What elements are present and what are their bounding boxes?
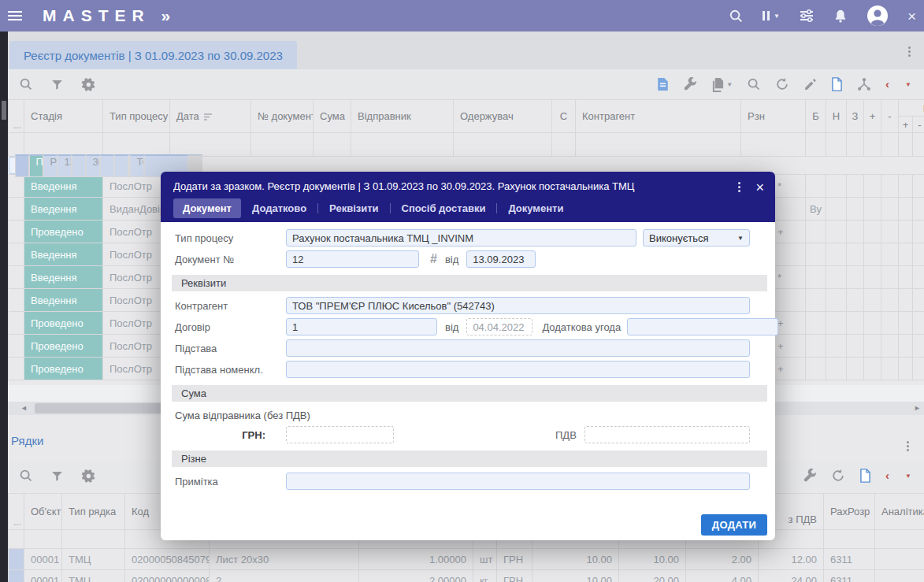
column-menu[interactable]: ... [9,494,24,530]
column-header-sender[interactable]: Відправник [351,100,454,133]
filter-cell[interactable] [251,133,314,157]
tab-overflow-menu-icon[interactable] [906,44,913,59]
settings-gear-icon[interactable] [81,77,95,91]
note-field[interactable] [286,473,750,490]
grn-field [286,426,394,443]
edit-pencil-icon[interactable] [803,78,817,91]
column-header-c[interactable]: С [552,100,576,133]
rows-grid-row[interactable]: 00001 ТМЦ 020000000000088 2 2.00000 кг Г… [9,570,924,582]
scroll-right-icon[interactable]: ► [914,404,921,412]
contract-field[interactable] [286,318,437,335]
column-header-stage[interactable]: Стадія [24,100,103,133]
column-header-row-type[interactable]: Тип рядка [62,494,125,530]
sort-icon[interactable] [204,113,213,120]
column-menu[interactable]: ... [9,100,24,133]
refresh-icon[interactable] [831,469,845,483]
collapse-chevron-icon[interactable]: ‹ [885,470,889,481]
column-group-h[interactable]: Н [899,100,924,117]
rows-grid-row[interactable]: 00001 ТМЦ 020000508450793 Лист 20x30 1.0… [9,549,924,570]
doc-no-field[interactable] [286,250,419,268]
refresh-icon[interactable] [775,77,789,91]
modal-tab-delivery[interactable]: Спосіб доставки [392,198,495,218]
column-header-minus[interactable]: - [881,100,899,133]
search-icon[interactable] [747,77,761,91]
column-header-h-minus1[interactable]: - [913,117,924,133]
search-icon[interactable] [19,469,33,483]
new-document-icon[interactable] [831,77,843,91]
column-header-b[interactable]: Б [806,100,826,133]
modal-tab-additional[interactable]: Додатково [243,198,316,218]
left-strip-scroll-thumb[interactable] [2,101,6,120]
copy-documents-icon[interactable]: ▼ [711,77,733,92]
status-select[interactable]: Виконується ▼ [643,229,750,247]
modal-tab-document[interactable]: Документ [173,198,241,218]
column-header-n[interactable]: Н [826,100,847,133]
filter-cell[interactable] [62,530,125,549]
tools-wrench-icon[interactable] [803,469,817,483]
column-header-account[interactable]: РахРозр [824,494,875,530]
column-header-date[interactable]: Дата [170,100,251,133]
tune-sliders-icon[interactable] [799,9,815,23]
column-header-doc-no[interactable]: № документ [251,100,314,133]
filter-cell[interactable] [824,530,875,549]
chevron-down-icon[interactable]: ▼ [905,81,911,88]
left-edge-strip [0,32,8,582]
doc-date-field[interactable] [466,250,536,268]
filter-cell[interactable] [103,133,170,157]
basis-nomencl-field[interactable] [286,361,750,378]
extra-agreement-label: Додаткова угода [542,321,621,333]
column-header-process-type[interactable]: Тип процесу [103,100,170,133]
filter-cell[interactable] [875,530,924,549]
add-button[interactable]: ДОДАТИ [701,514,767,536]
registry-tab-strip: Реєстр документів | З 01.09.2023 по 30.0… [8,32,924,69]
column-header-h-plus1[interactable]: + [899,117,913,133]
filter-funnel-icon[interactable] [50,469,64,483]
filter-cell[interactable] [314,133,351,157]
column-header-receiver[interactable]: Одержувач [454,100,552,133]
collapse-chevron-icon[interactable]: ‹ [885,79,889,90]
column-header-rzn[interactable]: Рзн [741,100,806,133]
column-header-plus[interactable]: + [864,100,881,133]
column-header-contractor[interactable]: Контрагент [576,100,741,133]
chevron-down-icon[interactable]: ▼ [905,473,911,480]
filter-cell[interactable] [24,133,103,157]
contractor-field[interactable] [286,297,750,314]
filter-cell[interactable] [351,133,454,157]
column-header-analytics[interactable]: Аналітика [875,494,924,530]
workflow-icon[interactable] [857,77,871,91]
search-icon[interactable] [19,77,33,91]
rows-overflow-menu-icon[interactable] [904,439,911,454]
document-export-icon[interactable] [657,77,669,91]
tab-registry-documents[interactable]: Реєстр документів | З 01.09.2023 по 30.0… [9,41,297,69]
pause-dropdown-icon[interactable]: ▼ [763,11,780,20]
process-type-field[interactable] [286,229,636,247]
filter-cell[interactable] [170,133,251,157]
numerator-icon[interactable]: # [430,252,437,266]
extra-agreement-field[interactable] [627,318,778,335]
sender-sum-label: Сума відправника (без ПДВ) [175,410,310,421]
modal-menu-icon[interactable] [736,180,743,195]
column-header-sum[interactable]: Сума [314,100,351,133]
settings-gear-icon[interactable] [81,469,95,483]
chevron-down-icon: ▼ [737,235,744,242]
account-avatar[interactable] [866,5,889,27]
bell-icon[interactable] [833,9,848,24]
menu-icon[interactable] [8,15,22,17]
column-header-object[interactable]: Об'єкт [24,494,62,530]
tools-wrench-icon[interactable] [683,77,697,91]
filter-cell[interactable] [454,133,552,157]
new-document-icon[interactable] [859,469,871,483]
filter-cell[interactable] [24,530,62,549]
search-icon[interactable] [729,9,744,24]
basis-field[interactable] [286,339,750,357]
column-header-z[interactable]: З [847,100,864,133]
close-icon[interactable]: × [907,9,916,24]
contract-label: Договір [175,321,286,333]
modal-tab-requisites[interactable]: Реквізити [320,198,388,218]
scroll-left-icon[interactable]: ◄ [20,404,28,412]
filter-cell[interactable] [576,133,741,157]
registry-row[interactable]: Проведено Рахунок 13.09.2023 36.00 ✓ ТОВ… [9,157,116,174]
modal-tab-documents[interactable]: Документи [499,198,573,218]
modal-close-icon[interactable]: × [755,180,764,195]
filter-funnel-icon[interactable] [50,78,64,91]
